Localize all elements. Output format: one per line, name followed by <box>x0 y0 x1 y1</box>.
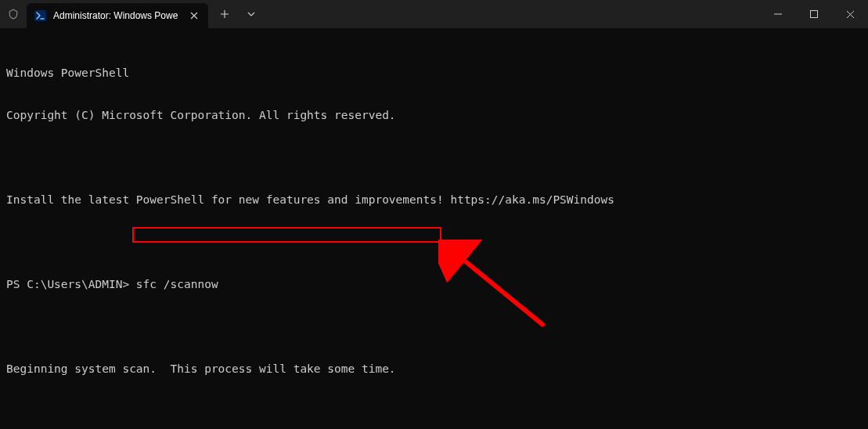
tab-close-icon[interactable] <box>188 9 200 22</box>
window-controls <box>760 0 868 28</box>
titlebar-drag-region[interactable] <box>265 0 760 28</box>
tab-dropdown-icon[interactable] <box>238 2 265 27</box>
output-line: Copyright (C) Microsoft Corporation. All… <box>6 108 862 122</box>
terminal-content[interactable]: Windows PowerShell Copyright (C) Microso… <box>0 28 868 429</box>
tab-toolbar <box>208 0 265 28</box>
tab-strip: Administrator: Windows Powe <box>27 0 208 28</box>
new-tab-button[interactable] <box>211 2 238 27</box>
svg-rect-3 <box>811 11 818 18</box>
tab-active[interactable]: Administrator: Windows Powe <box>27 3 208 28</box>
blank-line <box>6 150 862 164</box>
app-shield-icon <box>0 0 27 28</box>
output-line: Beginning system scan. This process will… <box>6 362 862 376</box>
output-line: Windows PowerShell <box>6 66 862 80</box>
title-bar: Administrator: Windows Powe <box>0 0 868 28</box>
maximize-button[interactable] <box>796 0 832 28</box>
output-line: Install the latest PowerShell for new fe… <box>6 193 862 207</box>
minimize-button[interactable] <box>760 0 796 28</box>
blank-line <box>6 319 862 333</box>
blank-line <box>6 404 862 418</box>
powershell-icon <box>34 9 47 22</box>
close-button[interactable] <box>832 0 868 28</box>
tab-title: Administrator: Windows Powe <box>53 10 182 21</box>
blank-line <box>6 235 862 249</box>
prompt-line: PS C:\Users\ADMIN> sfc /scannow <box>6 277 862 291</box>
